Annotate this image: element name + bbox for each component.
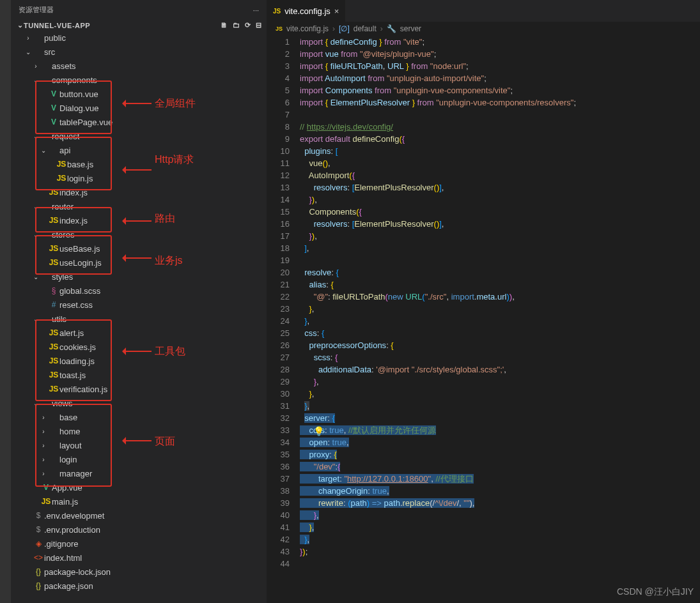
code-content[interactable]: import { defineConfig } from "vite"; imp… (300, 36, 700, 603)
tree-item[interactable]: ⌄components (11, 73, 267, 87)
activity-bar (0, 0, 11, 603)
sidebar-header: 资源管理器 ··· (11, 0, 267, 20)
tree-label: package.json (44, 581, 93, 591)
file-icon: ◈ (33, 539, 44, 548)
tree-label: stores (52, 230, 74, 240)
tree-item[interactable]: ⌄views (11, 396, 267, 410)
tree-label: verification.js (59, 385, 107, 394)
chevron-icon: › (31, 63, 40, 70)
chevron-icon: ⌄ (24, 49, 33, 56)
tree-item[interactable]: JSindex.js (11, 185, 267, 199)
tree-item[interactable]: {}package.json (11, 579, 267, 593)
tree-item[interactable]: VDialog.vue (11, 101, 267, 115)
tree-label: router (52, 202, 74, 211)
tree-item[interactable]: JSbase.js (11, 157, 267, 171)
file-icon: $ (33, 511, 44, 520)
editor: JS vite.config.js × JS vite.config.js › … (267, 0, 700, 603)
line-numbers: 1234567891011121314151617181920212223242… (267, 36, 300, 603)
code-area[interactable]: 1234567891011121314151617181920212223242… (267, 36, 700, 603)
breadcrumb-item[interactable]: vite.config.js (286, 24, 329, 33)
file-icon: JS (56, 174, 67, 183)
tree-item[interactable]: ⌄router (11, 199, 267, 213)
lightbulb-icon[interactable]: 💡 (313, 426, 324, 436)
tree-item[interactable]: JStoast.js (11, 368, 267, 382)
file-icon: JS (48, 258, 59, 267)
chevron-right-icon: › (332, 24, 335, 33)
tree-label: index.js (59, 216, 88, 225)
chevron-icon: ⌄ (31, 77, 40, 84)
chevron-icon: › (24, 34, 33, 42)
tree-item[interactable]: JSalert.js (11, 326, 267, 340)
tree-item[interactable]: ⌄styles (11, 270, 267, 284)
tree-item[interactable]: ›public (11, 31, 267, 45)
chevron-icon: ⌄ (31, 133, 40, 140)
breadcrumb[interactable]: JS vite.config.js › [∅] default › 🔧 serv… (267, 22, 700, 36)
file-icon: JS (48, 342, 59, 351)
tree-item[interactable]: ⌄stores (11, 227, 267, 241)
tree-item[interactable]: ◈.gitignore (11, 537, 267, 551)
tree-item[interactable]: JSindex.js (11, 213, 267, 227)
sidebar: 资源管理器 ··· ⌄ TUNNEL-VUE-APP 🗎 🗀 ⟳ ⊟ ›publ… (11, 0, 267, 603)
file-icon: JS (48, 370, 59, 379)
file-icon: V (48, 118, 59, 126)
file-icon: JS (48, 244, 59, 253)
file-icon: {} (33, 567, 44, 576)
tree-item[interactable]: JSuseBase.js (11, 241, 267, 256)
file-icon: JS (48, 356, 59, 365)
chevron-icon: › (39, 414, 48, 421)
tree-label: layout (59, 441, 82, 450)
breadcrumb-item[interactable]: server (400, 24, 421, 33)
tree-label: .env.developmet (44, 511, 104, 521)
tree-item[interactable]: VtablePage.vue (11, 115, 267, 129)
tree-item[interactable]: $.env.production (11, 523, 267, 537)
new-file-icon[interactable]: 🗎 (221, 21, 228, 29)
tree-label: useLogin.js (59, 258, 102, 268)
close-icon[interactable]: × (334, 6, 339, 16)
tree-item[interactable]: JSloading.js (11, 354, 267, 368)
tree-label: package-lock.json (44, 567, 111, 577)
chevron-icon: › (39, 428, 48, 435)
tree-item[interactable]: JSuseLogin.js (11, 256, 267, 270)
tree-item[interactable]: JSlogin.js (11, 171, 267, 185)
tree-item[interactable]: ⌄src (11, 45, 267, 59)
sidebar-title: 资源管理器 (19, 5, 253, 15)
tree-item[interactable]: <>index.html (11, 551, 267, 565)
editor-tab[interactable]: JS vite.config.js × (267, 0, 345, 22)
tree-item[interactable]: JScookies.js (11, 340, 267, 354)
tree-item[interactable]: VApp.vue (11, 480, 267, 494)
tree-item[interactable]: §global.scss (11, 284, 267, 298)
tree-label: useBase.js (59, 244, 100, 254)
tree-item[interactable]: JSverification.js (11, 382, 267, 396)
tree-label: index.js (59, 188, 88, 197)
tree-item[interactable]: {}package-lock.json (11, 565, 267, 579)
tree-label: assets (52, 61, 76, 71)
tree-item[interactable]: ›layout (11, 438, 267, 452)
tree-item[interactable]: ⌄api (11, 143, 267, 157)
tree-item[interactable]: ›assets (11, 59, 267, 73)
chevron-icon: ⌄ (31, 273, 40, 280)
tree-item[interactable]: #reset.css (11, 298, 267, 312)
collapse-icon[interactable]: ⊟ (256, 21, 261, 29)
tree-item[interactable]: ›home (11, 424, 267, 438)
file-icon: V (40, 483, 52, 492)
tree-item[interactable]: ⌄utils (11, 312, 267, 326)
tree-item[interactable]: $.env.developmet (11, 508, 267, 523)
tree-item[interactable]: ›base (11, 410, 267, 424)
tree-label: reset.css (59, 300, 93, 310)
project-header[interactable]: ⌄ TUNNEL-VUE-APP 🗎 🗀 ⟳ ⊟ (11, 20, 267, 31)
tree-label: login.js (67, 174, 93, 183)
chevron-down-icon: ⌄ (16, 21, 24, 29)
chevron-icon: ⌄ (39, 147, 48, 154)
tree-item[interactable]: ⌄request (11, 129, 267, 143)
refresh-icon[interactable]: ⟳ (245, 21, 251, 29)
project-actions: 🗎 🗀 ⟳ ⊟ (221, 21, 261, 29)
file-icon: # (48, 300, 59, 309)
tree-item[interactable]: Vbutton.vue (11, 87, 267, 101)
file-icon: V (48, 103, 59, 112)
tree-item[interactable]: ›login (11, 452, 267, 466)
tree-item[interactable]: ›manager (11, 466, 267, 480)
tree-item[interactable]: JSmain.js (11, 494, 267, 508)
breadcrumb-item[interactable]: default (354, 24, 377, 33)
new-folder-icon[interactable]: 🗀 (233, 21, 240, 29)
more-icon[interactable]: ··· (253, 6, 259, 14)
